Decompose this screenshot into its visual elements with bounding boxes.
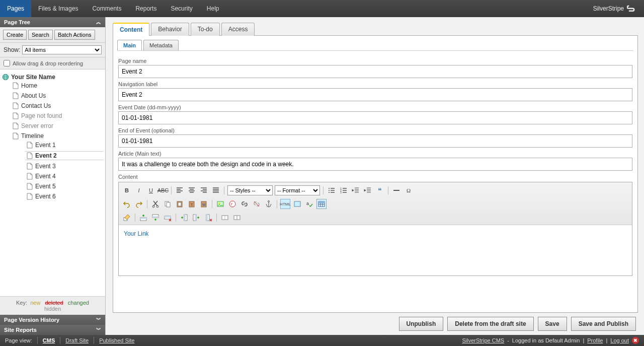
spellcheck-icon[interactable]: a xyxy=(304,199,314,209)
unlink-icon[interactable] xyxy=(252,199,262,209)
tree-item-event5[interactable]: Event 5 xyxy=(25,182,103,190)
view-draft-link[interactable]: Draft Site xyxy=(65,337,89,343)
page-version-history-header[interactable]: Page Version History ︾ xyxy=(0,315,105,325)
tree-item-about[interactable]: About Us xyxy=(11,92,103,100)
menu-comments[interactable]: Comments xyxy=(85,0,128,17)
copy-icon[interactable] xyxy=(163,199,173,209)
menu-reports[interactable]: Reports xyxy=(128,0,164,17)
flash-icon[interactable]: f xyxy=(227,199,237,209)
show-select[interactable]: All items xyxy=(22,45,102,54)
number-list-icon[interactable]: 123 xyxy=(339,185,349,195)
menu-pages[interactable]: Pages xyxy=(0,0,31,17)
tree-label: About Us xyxy=(21,92,46,99)
delete-draft-button[interactable]: Delete from the draft site xyxy=(447,317,533,331)
tab-content[interactable]: Content xyxy=(113,23,149,36)
col-after-icon[interactable] xyxy=(191,213,201,223)
view-published-link[interactable]: Published Site xyxy=(99,337,134,343)
italic-icon[interactable]: I xyxy=(134,185,144,195)
paste-text-icon[interactable]: T xyxy=(187,199,197,209)
tree-item-event3[interactable]: Event 3 xyxy=(25,162,103,170)
event-date-label: Event Date (dd-mm-yyyy) xyxy=(118,104,632,110)
form-scroll[interactable]: Page name Navigation label Event Date (d… xyxy=(117,50,633,308)
tree-item-event1[interactable]: Event 1 xyxy=(25,141,103,149)
logout-link[interactable]: Log out xyxy=(610,337,629,343)
edit-cell-icon[interactable] xyxy=(122,213,132,223)
styles-select[interactable]: -- Styles -- xyxy=(227,185,273,195)
nav-label-input[interactable] xyxy=(118,88,632,101)
tab-todo[interactable]: To-do xyxy=(191,23,220,36)
cut-icon[interactable] xyxy=(150,199,160,209)
image-icon[interactable] xyxy=(215,199,225,209)
bold-icon[interactable]: B xyxy=(122,185,132,195)
tree-item-servererror[interactable]: Server error xyxy=(11,122,103,130)
rte-content[interactable]: Your Link xyxy=(119,225,632,275)
row-delete-icon[interactable] xyxy=(163,213,173,223)
event-date-input[interactable] xyxy=(118,111,632,124)
hr-icon[interactable] xyxy=(391,185,401,195)
menu-files-images[interactable]: Files & Images xyxy=(31,0,85,17)
save-publish-button[interactable]: Save and Publish xyxy=(571,317,636,331)
strike-icon[interactable]: ABC xyxy=(158,185,168,195)
cms-link[interactable]: SilverStripe CMS xyxy=(462,337,504,343)
anchor-icon[interactable] xyxy=(264,199,274,209)
link-icon[interactable] xyxy=(239,199,250,209)
row-after-icon[interactable] xyxy=(150,213,160,223)
tree-item-timeline[interactable]: Timeline xyxy=(11,132,103,140)
col-delete-icon[interactable] xyxy=(203,213,213,223)
tree-item-event2[interactable]: Event 2 xyxy=(25,151,103,160)
allow-drag-checkbox[interactable] xyxy=(4,60,10,66)
tree-item-contact[interactable]: Contact Us xyxy=(11,102,103,110)
end-event-input[interactable] xyxy=(118,134,632,148)
subtab-metadata[interactable]: Metadata xyxy=(143,40,179,50)
menu-security[interactable]: Security xyxy=(164,0,199,17)
split-cells-icon[interactable] xyxy=(220,213,230,223)
html-icon[interactable]: HTML xyxy=(280,199,290,209)
globe-icon xyxy=(2,74,9,81)
svg-point-19 xyxy=(229,201,235,207)
blockquote-icon[interactable]: ❝ xyxy=(375,185,385,195)
subtab-main[interactable]: Main xyxy=(117,40,142,50)
align-justify-icon[interactable] xyxy=(211,185,221,195)
tree-item-event4[interactable]: Event 4 xyxy=(25,172,103,180)
bullet-list-icon[interactable] xyxy=(327,185,337,195)
row-before-icon[interactable] xyxy=(138,213,148,223)
fullscreen-icon[interactable] xyxy=(292,199,302,209)
indent-icon[interactable] xyxy=(363,185,373,195)
page-name-input[interactable] xyxy=(118,65,632,78)
tree-label: Event 2 xyxy=(35,152,57,159)
align-left-icon[interactable] xyxy=(175,185,185,195)
tree-item-event6[interactable]: Event 6 xyxy=(25,192,103,200)
create-button[interactable]: Create xyxy=(3,30,27,40)
special-char-icon[interactable]: Ω xyxy=(404,185,414,195)
save-button[interactable]: Save xyxy=(538,317,567,331)
search-button[interactable]: Search xyxy=(28,30,53,40)
paste-icon[interactable] xyxy=(175,199,185,209)
article-input[interactable] xyxy=(118,158,632,171)
site-root[interactable]: Your Site Name xyxy=(2,74,103,81)
underline-icon[interactable]: U xyxy=(146,185,156,195)
col-before-icon[interactable] xyxy=(179,213,189,223)
menu-help[interactable]: Help xyxy=(200,0,226,17)
close-icon[interactable]: ✖ xyxy=(632,337,639,344)
rte-editor: B I U ABC -- Styles -- -- Format -- xyxy=(118,182,632,276)
batch-actions-button[interactable]: Batch Actions xyxy=(54,30,95,40)
outdent-icon[interactable] xyxy=(351,185,361,195)
site-reports-header[interactable]: Site Reports ︾ xyxy=(0,325,105,335)
align-center-icon[interactable] xyxy=(187,185,197,195)
page-tree-header[interactable]: Page Tree ︽ xyxy=(0,17,105,27)
view-cms-link[interactable]: CMS xyxy=(43,337,55,343)
tree-item-notfound[interactable]: Page not found xyxy=(11,112,103,120)
undo-icon[interactable] xyxy=(122,199,132,209)
align-right-icon[interactable] xyxy=(199,185,209,195)
tab-behavior[interactable]: Behavior xyxy=(151,23,189,36)
merge-cells-icon[interactable] xyxy=(232,213,242,223)
page-view-label: Page view: xyxy=(5,337,32,343)
redo-icon[interactable] xyxy=(134,199,144,209)
tree-item-home[interactable]: Home xyxy=(11,82,103,90)
tab-access[interactable]: Access xyxy=(221,23,255,36)
unpublish-button[interactable]: Unpublish xyxy=(399,317,444,331)
table-icon[interactable] xyxy=(316,199,327,209)
profile-link[interactable]: Profile xyxy=(587,337,603,343)
format-select[interactable]: -- Format -- xyxy=(275,185,320,195)
paste-word-icon[interactable]: W xyxy=(199,199,209,209)
